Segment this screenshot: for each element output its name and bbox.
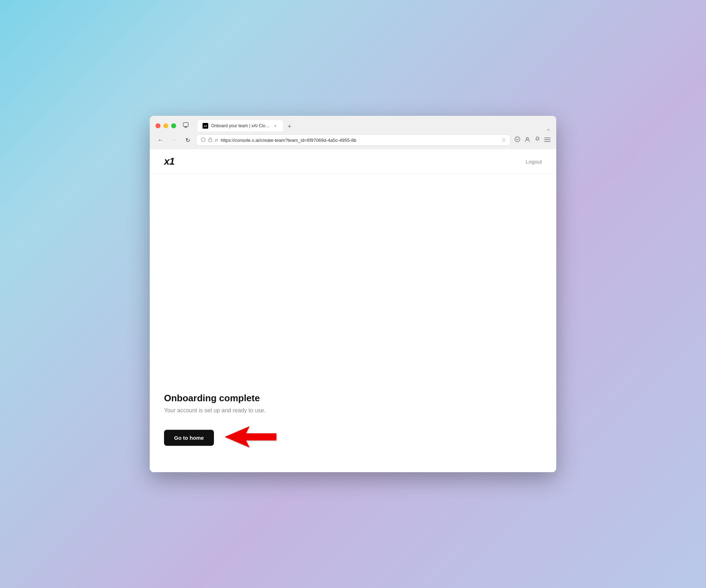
app-header: x1 Logout bbox=[150, 149, 556, 174]
svg-rect-1 bbox=[184, 127, 187, 128]
tab-bar: x1 Onboard your team | xAI Cloud C × + ⌄ bbox=[198, 120, 551, 131]
history-icon[interactable] bbox=[183, 122, 189, 130]
pocket-icon[interactable] bbox=[514, 136, 521, 144]
address-bar[interactable]: ⇄ https://console.x.ai/create-team?team_… bbox=[196, 134, 511, 146]
tab-title: Onboard your team | xAI Cloud C bbox=[211, 123, 270, 128]
address-bar-row: ← → ↻ ⇄ https://console.x.ai/create-team… bbox=[150, 131, 556, 149]
back-button[interactable]: ← bbox=[155, 135, 165, 145]
tab-favicon: x1 bbox=[203, 123, 208, 129]
svg-rect-0 bbox=[183, 123, 188, 127]
browser-toolbar-icons bbox=[514, 136, 551, 144]
svg-rect-3 bbox=[209, 139, 212, 142]
bookmark-star-icon[interactable]: ☆ bbox=[501, 137, 506, 143]
shield-icon bbox=[201, 137, 206, 143]
minimize-window-button[interactable] bbox=[163, 123, 168, 128]
onboarding-subtitle: Your account is set up and ready to use. bbox=[164, 407, 542, 414]
new-tab-button[interactable]: + bbox=[285, 122, 295, 131]
tracking-icon: ⇄ bbox=[215, 138, 218, 143]
svg-rect-2 bbox=[185, 126, 186, 127]
svg-point-4 bbox=[515, 137, 520, 142]
arrow-annotation bbox=[221, 424, 278, 451]
tab-list-chevron[interactable]: ⌄ bbox=[546, 126, 551, 131]
lock-icon bbox=[208, 137, 213, 143]
svg-point-5 bbox=[526, 138, 528, 140]
button-row: Go to home bbox=[164, 424, 542, 451]
title-bar: x1 Onboard your team | xAI Cloud C × + ⌄ bbox=[150, 116, 556, 131]
address-bar-icons: ⇄ bbox=[201, 137, 218, 143]
extensions-icon[interactable] bbox=[534, 136, 541, 144]
onboarding-title: Onboarding complete bbox=[164, 393, 542, 404]
main-content: Onboarding complete Your account is set … bbox=[150, 174, 556, 472]
window-controls-row: x1 Onboard your team | xAI Cloud C × + ⌄ bbox=[155, 120, 551, 131]
profile-icon[interactable] bbox=[524, 136, 531, 144]
url-text: https://console.x.ai/create-team?team_id… bbox=[221, 138, 498, 143]
svg-marker-9 bbox=[225, 426, 276, 448]
page-content: x1 Logout Onboarding complete Your accou… bbox=[150, 149, 556, 472]
browser-window: x1 Onboard your team | xAI Cloud C × + ⌄… bbox=[150, 116, 556, 472]
go-to-home-button[interactable]: Go to home bbox=[164, 430, 214, 446]
window-controls bbox=[155, 123, 176, 128]
maximize-window-button[interactable] bbox=[171, 123, 176, 128]
reload-button[interactable]: ↻ bbox=[183, 135, 193, 145]
forward-button[interactable]: → bbox=[169, 135, 179, 145]
active-tab[interactable]: x1 Onboard your team | xAI Cloud C × bbox=[198, 120, 283, 131]
menu-icon[interactable] bbox=[544, 136, 551, 144]
tab-close-button[interactable]: × bbox=[272, 123, 278, 129]
logout-button[interactable]: Logout bbox=[526, 159, 542, 165]
app-logo: x1 bbox=[164, 156, 174, 167]
close-window-button[interactable] bbox=[155, 123, 160, 128]
